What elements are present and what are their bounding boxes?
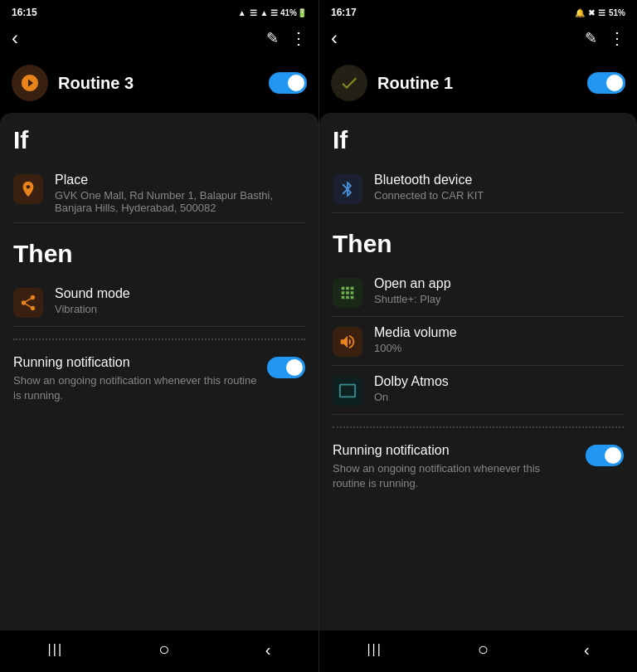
time-right: 16:17 (331, 7, 357, 18)
routine-toggle-left[interactable] (269, 72, 307, 94)
notification-toggle-left[interactable] (267, 357, 305, 378)
content-right: If Bluetooth device Connected to CAR KIT… (319, 113, 637, 631)
then-label-left: Then (13, 240, 305, 268)
back-button-right[interactable] (331, 27, 338, 50)
nav-circle-left[interactable]: ○ (158, 639, 169, 660)
content-left: If Place GVK One Mall, Rd Number 1, Bala… (0, 113, 318, 631)
routine-icon-left (12, 65, 48, 101)
routine-title-left: Routine 3 (58, 74, 259, 93)
if-label-right: If (333, 126, 624, 154)
if-label-left: If (13, 126, 305, 154)
bluetooth-icon (333, 174, 362, 204)
action-media-volume[interactable]: Media volume 100% (333, 317, 624, 366)
nav-bar-right: ||| ○ ‹ (319, 631, 637, 672)
phone-right: 16:17 🔔 ✖ ☰ 51% Routine 1 If (318, 0, 637, 672)
action-sound[interactable]: Sound mode Vibration (13, 278, 305, 327)
nav-back-left[interactable]: ‹ (265, 640, 271, 660)
battery-right: 51% (609, 8, 625, 17)
notification-left: Running notification Show an ongoing not… (13, 352, 305, 403)
bluetooth-text: Bluetooth device Connected to CAR KIT (374, 173, 624, 202)
notification-right: Running notification Show an ongoing not… (333, 440, 624, 491)
phone-left: 16:15 ▲ ☰ ▲ ☰ 41%🔋 Routine 3 If (0, 0, 318, 672)
action-open-app[interactable]: Open an app Shuttle+: Play (333, 268, 624, 317)
more-button-left[interactable] (290, 28, 307, 48)
condition-bluetooth[interactable]: Bluetooth device Connected to CAR KIT (333, 164, 624, 213)
routine-title-right: Routine 1 (377, 74, 577, 93)
nav-bar-left: ||| ○ ‹ (0, 631, 318, 672)
routine-header-right: Routine 1 (319, 56, 637, 113)
nav-lines-left[interactable]: ||| (48, 642, 63, 657)
place-icon (13, 174, 43, 204)
dolby-icon (333, 376, 362, 406)
top-bar-right (319, 23, 637, 56)
divider-right (333, 426, 624, 428)
volume-text: Media volume 100% (374, 325, 624, 354)
status-icons-left: ▲ ☰ ▲ ☰ 41%🔋 (238, 8, 307, 17)
place-text: Place GVK One Mall, Rd Number 1, Balapur… (55, 173, 305, 214)
divider-left (13, 338, 305, 340)
routine-toggle-right[interactable] (587, 72, 625, 94)
condition-place[interactable]: Place GVK One Mall, Rd Number 1, Balapur… (13, 164, 305, 223)
more-button-right[interactable] (609, 28, 625, 48)
notification-toggle-right[interactable] (586, 445, 624, 466)
open-app-text: Open an app Shuttle+: Play (374, 276, 624, 305)
routine-header-left: Routine 3 (0, 56, 318, 113)
top-bar-left (0, 23, 318, 56)
battery-left: ▲ ☰ 41%🔋 (260, 8, 307, 17)
open-app-icon (333, 278, 362, 308)
action-dolby[interactable]: Dolby Atmos On (333, 366, 624, 415)
status-icons-right: 🔔 ✖ ☰ 51% (575, 8, 625, 17)
routine-icon-right (331, 65, 367, 101)
back-button-left[interactable] (12, 27, 18, 50)
status-bar-left: 16:15 ▲ ☰ ▲ ☰ 41%🔋 (0, 0, 318, 23)
sound-icon (13, 288, 43, 318)
then-label-right: Then (333, 230, 624, 258)
nav-lines-right[interactable]: ||| (367, 642, 382, 657)
edit-button-right[interactable] (585, 29, 597, 47)
edit-button-left[interactable] (266, 29, 279, 47)
status-bar-right: 16:17 🔔 ✖ ☰ 51% (319, 0, 637, 23)
dolby-text: Dolby Atmos On (374, 374, 624, 403)
nav-back-right[interactable]: ‹ (584, 640, 590, 660)
volume-icon (333, 327, 362, 357)
nav-circle-right[interactable]: ○ (478, 639, 489, 660)
sound-text: Sound mode Vibration (55, 286, 305, 315)
time-left: 16:15 (12, 7, 37, 18)
